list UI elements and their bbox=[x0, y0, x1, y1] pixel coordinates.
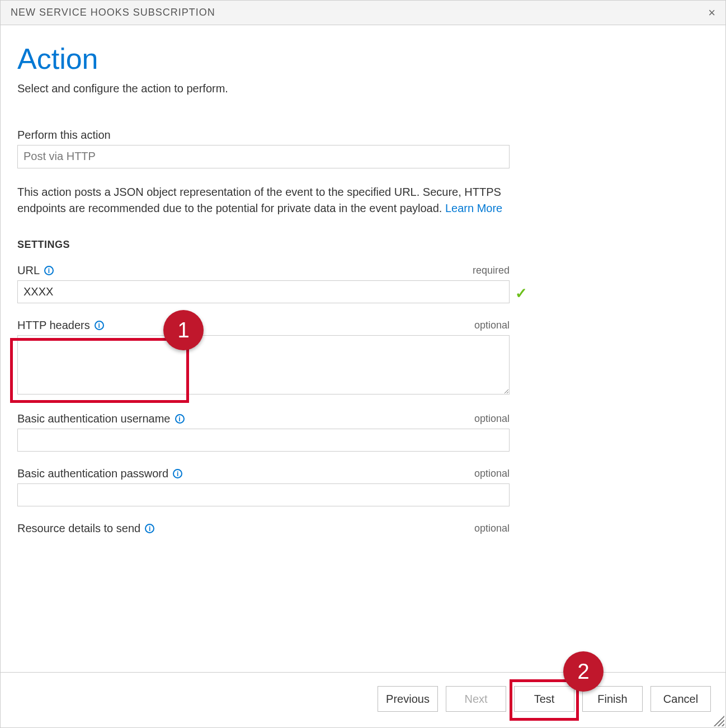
info-icon[interactable]: i bbox=[175, 414, 185, 424]
basic-pass-hint: optional bbox=[474, 468, 510, 480]
resize-grip-icon[interactable] bbox=[711, 713, 724, 726]
page-title: Action bbox=[17, 42, 709, 76]
check-icon: ✓ bbox=[515, 285, 527, 302]
dialog-footer: Previous Next Test Finish Cancel bbox=[1, 672, 725, 727]
http-headers-input[interactable] bbox=[17, 335, 510, 394]
content-scroll[interactable]: Action Select and configure the action t… bbox=[1, 25, 725, 672]
http-headers-label: HTTP headers bbox=[17, 319, 90, 332]
dialog: NEW SERVICE HOOKS SUBSCRIPTION × Action … bbox=[0, 0, 726, 728]
resource-details-hint: optional bbox=[474, 523, 510, 534]
resource-details-field: Resource details to send i optional bbox=[17, 522, 510, 535]
basic-user-label: Basic authentication username bbox=[17, 412, 171, 425]
http-headers-hint: optional bbox=[474, 320, 510, 331]
url-field: URL i required ✓ bbox=[17, 264, 510, 303]
action-field: Perform this action Post via HTTP bbox=[17, 129, 510, 168]
page-subtext: Select and configure the action to perfo… bbox=[17, 82, 709, 95]
close-icon[interactable]: × bbox=[708, 6, 715, 20]
info-icon[interactable]: i bbox=[95, 321, 104, 330]
settings-heading: SETTINGS bbox=[17, 239, 709, 251]
action-select[interactable]: Post via HTTP bbox=[17, 145, 510, 168]
basic-pass-label: Basic authentication password bbox=[17, 467, 168, 480]
action-label: Perform this action bbox=[17, 129, 510, 142]
url-hint: required bbox=[473, 265, 510, 276]
info-icon[interactable]: i bbox=[145, 524, 154, 533]
resource-details-label: Resource details to send bbox=[17, 522, 140, 535]
http-headers-field: HTTP headers i optional bbox=[17, 319, 510, 397]
basic-pass-field: Basic authentication password i optional bbox=[17, 467, 510, 506]
test-button[interactable]: Test bbox=[514, 686, 574, 712]
previous-button[interactable]: Previous bbox=[378, 686, 438, 712]
url-label: URL bbox=[17, 264, 40, 277]
dialog-header: NEW SERVICE HOOKS SUBSCRIPTION × bbox=[1, 1, 725, 25]
finish-button[interactable]: Finish bbox=[582, 686, 643, 712]
basic-user-hint: optional bbox=[474, 413, 510, 425]
basic-user-field: Basic authentication username i optional bbox=[17, 412, 510, 452]
action-description: This action posts a JSON object represen… bbox=[17, 184, 521, 217]
url-input[interactable] bbox=[17, 280, 510, 303]
next-button[interactable]: Next bbox=[446, 686, 506, 712]
dialog-title: NEW SERVICE HOOKS SUBSCRIPTION bbox=[11, 7, 215, 18]
info-icon[interactable]: i bbox=[173, 469, 182, 478]
cancel-button[interactable]: Cancel bbox=[650, 686, 711, 712]
basic-pass-input[interactable] bbox=[17, 483, 510, 506]
basic-user-input[interactable] bbox=[17, 429, 510, 452]
info-icon[interactable]: i bbox=[44, 266, 54, 275]
dialog-body: Action Select and configure the action t… bbox=[1, 25, 725, 672]
learn-more-link[interactable]: Learn More bbox=[445, 202, 502, 214]
